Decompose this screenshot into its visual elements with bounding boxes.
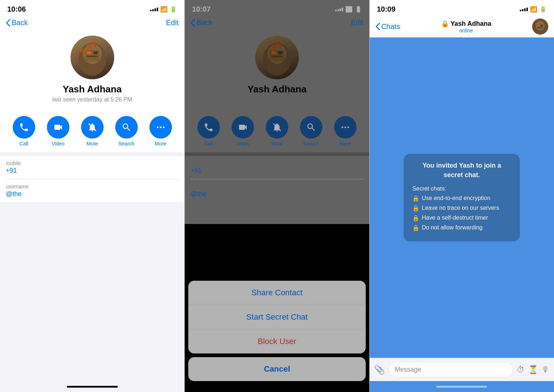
back-button[interactable]: Back — [190, 19, 212, 27]
secret-chat-feature-1: 🔒 Use end-to-end encryption — [412, 195, 511, 202]
username-label: username — [6, 184, 178, 189]
mute-button[interactable]: Mute — [266, 116, 288, 147]
chat-online-status: online — [459, 28, 473, 33]
home-indicator — [370, 381, 554, 392]
more-label: More — [155, 141, 166, 147]
video-button[interactable]: Video — [232, 116, 254, 147]
mobile-value: +91 — [190, 167, 363, 175]
screen2-profile: Yash Adhana last seen yesterday at 5:26 … — [185, 30, 369, 110]
attachment-icon[interactable]: 📎 — [374, 365, 385, 375]
lock-icon: 🔒 — [412, 195, 419, 202]
svg-point-7 — [100, 56, 106, 66]
screen2-actions: Call Video Mute Search — [185, 110, 369, 152]
screen1-profile: Yash Adhana last seen yesterday at 5:26 … — [0, 30, 184, 110]
svg-point-6 — [79, 56, 84, 66]
svg-point-13 — [160, 127, 161, 128]
svg-point-12 — [157, 127, 158, 128]
signal-icon — [520, 8, 528, 11]
signal-icon — [150, 8, 158, 11]
svg-point-22 — [285, 56, 291, 66]
screen1-info: mobile +91 username @the — [0, 156, 184, 202]
svg-rect-3 — [87, 51, 91, 54]
svg-rect-34 — [538, 27, 543, 28]
call-button[interactable]: Call — [197, 116, 220, 147]
edit-button[interactable]: Edit — [351, 19, 363, 27]
action-sheet: Share Contact Start Secret Chat Block Us… — [185, 281, 369, 392]
home-indicator — [0, 381, 184, 392]
divider1 — [0, 152, 184, 156]
timer-icon[interactable]: ⏱ — [517, 365, 525, 375]
start-secret-chat-item[interactable]: Start Secret Chat — [188, 305, 365, 329]
more-button[interactable]: More — [149, 116, 172, 147]
profile-status: last seen yesterday at 5:26 PM — [237, 96, 317, 103]
cancel-button[interactable]: Cancel — [188, 357, 365, 381]
lock-icon: 🔒 — [412, 224, 419, 231]
chat-avatar[interactable] — [532, 19, 548, 35]
username-row: username @the — [0, 179, 184, 202]
screen2-time: 10:07 — [192, 5, 210, 13]
search-button[interactable]: Search — [115, 116, 138, 147]
svg-point-21 — [263, 56, 269, 66]
screen3-status-bar: 10:09 📶 🔋 — [370, 0, 554, 16]
chat-contact-name: 🔒 Yash Adhana — [441, 20, 491, 28]
video-label: Video — [236, 141, 249, 147]
chat-input-bar: 📎 Message ⏱ ⏳ 🎙 — [370, 358, 554, 381]
svg-rect-5 — [87, 56, 98, 57]
divider2 — [185, 152, 369, 156]
timer2-icon[interactable]: ⏳ — [528, 365, 538, 375]
mobile-value: +91 — [6, 167, 178, 175]
battery-icon: 🔋 — [539, 6, 547, 13]
lock-icon: 🔒 — [412, 205, 419, 212]
message-input[interactable]: Message — [389, 362, 513, 377]
chat-contact-info[interactable]: 🔒 Yash Adhana online — [441, 20, 491, 33]
svg-rect-19 — [278, 51, 282, 54]
share-contact-item[interactable]: Share Contact — [188, 281, 365, 305]
block-user-item[interactable]: Block User — [188, 329, 365, 353]
svg-rect-33 — [541, 25, 543, 26]
svg-point-27 — [345, 127, 346, 128]
screen2-status-bar: 10:07 📶 🔋 — [185, 0, 369, 16]
battery-icon: 🔋 — [355, 6, 362, 13]
more-label: More — [340, 141, 351, 147]
call-label: Call — [204, 141, 213, 147]
video-button[interactable]: Video — [47, 116, 69, 147]
call-button[interactable]: Call — [13, 116, 35, 147]
screen1-status-bar: 10:06 📶 🔋 — [0, 0, 184, 16]
profile-name: Yash Adhana — [248, 84, 306, 95]
svg-point-14 — [162, 127, 164, 128]
svg-rect-20 — [272, 56, 282, 57]
screen2-phone: 10:07 📶 🔋 Back Edit — [185, 0, 369, 392]
back-button[interactable]: Back — [6, 19, 28, 27]
svg-point-28 — [348, 127, 349, 128]
screen2-nav-bar: Back Edit — [185, 16, 369, 30]
screen2-status-icons: 📶 🔋 — [335, 6, 362, 13]
search-button[interactable]: Search — [300, 116, 322, 147]
username-row: username @the — [185, 179, 369, 202]
secret-chat-info-bubble: You invited Yash to join a secret chat. … — [404, 154, 520, 241]
lock-icon: 🔒 — [441, 20, 449, 28]
secret-chat-feature-3: 🔒 Have a self-destruct timer — [412, 215, 511, 221]
secret-chat-feature-4: 🔒 Do not allow forwarding — [412, 224, 511, 231]
svg-rect-18 — [272, 51, 276, 54]
wifi-icon: 📶 — [160, 6, 168, 13]
battery-icon: 🔋 — [170, 6, 177, 13]
svg-point-26 — [341, 127, 343, 128]
chats-back-button[interactable]: Chats — [376, 23, 400, 31]
profile-status: last seen yesterday at 5:26 PM — [52, 96, 132, 103]
edit-button[interactable]: Edit — [166, 19, 178, 27]
username-value: @the — [6, 190, 178, 198]
mobile-label: mobile — [190, 160, 363, 166]
username-label: username — [190, 184, 363, 189]
screen2-info: mobile +91 username @the — [185, 156, 369, 202]
screen1-actions: Call Video Mute Search More — [0, 110, 184, 152]
mobile-row: mobile +91 — [185, 156, 369, 179]
wifi-icon: 📶 — [345, 6, 353, 13]
mobile-row: mobile +91 — [0, 156, 184, 179]
avatar — [255, 36, 299, 79]
call-label: Call — [20, 141, 28, 147]
video-label: Video — [52, 141, 65, 147]
mute-button[interactable]: Mute — [81, 116, 104, 147]
microphone-icon[interactable]: 🎙 — [542, 365, 550, 375]
more-button[interactable]: More — [334, 116, 357, 147]
screen3-time: 10:09 — [377, 5, 396, 13]
